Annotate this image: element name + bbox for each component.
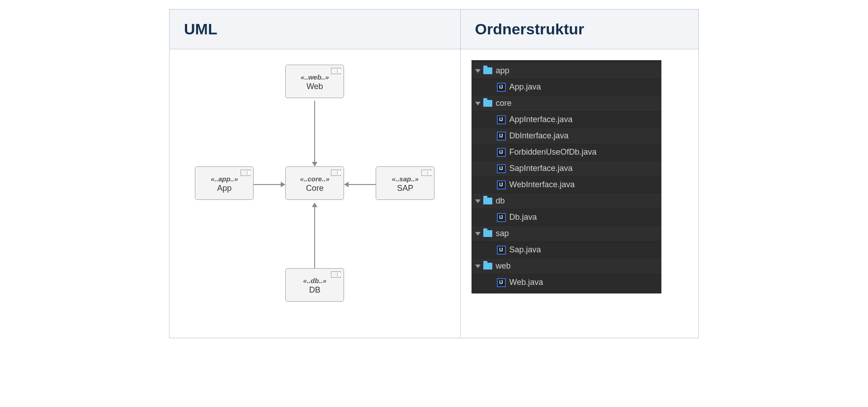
uml-package-app-name: App bbox=[200, 184, 249, 193]
java-file-icon: IJ bbox=[497, 246, 506, 255]
uml-arrow-sap-to-core bbox=[349, 184, 376, 185]
java-file-icon: IJ bbox=[497, 83, 506, 92]
folder-icon bbox=[483, 198, 492, 204]
tree-item-label: Web.java bbox=[509, 278, 543, 287]
tree-folder-row[interactable]: core bbox=[472, 95, 661, 112]
tree-file-row[interactable]: IJDbInterface.java bbox=[472, 128, 661, 144]
java-file-icon: IJ bbox=[497, 213, 506, 222]
package-tab-icon bbox=[331, 271, 341, 278]
tree-item-label: SapInterface.java bbox=[509, 164, 573, 173]
uml-arrow-db-to-core bbox=[314, 207, 315, 268]
uml-package-web-stereo: «..web..» bbox=[290, 73, 339, 81]
tree-file-row[interactable]: IJDb.java bbox=[472, 209, 661, 226]
folder-icon bbox=[483, 263, 492, 270]
uml-column: UML «..web..» Web «..app..» App bbox=[170, 9, 461, 338]
folder-column-body: appIJApp.javacoreIJAppInterface.javaIJDb… bbox=[461, 49, 699, 304]
tree-item-label: Db.java bbox=[509, 213, 537, 222]
folder-icon bbox=[483, 230, 492, 237]
package-tab-icon bbox=[331, 170, 341, 176]
arrowhead-icon bbox=[281, 182, 285, 187]
uml-column-header: UML bbox=[170, 9, 460, 49]
package-tab-icon bbox=[331, 68, 341, 74]
java-file-icon: IJ bbox=[497, 278, 506, 287]
folder-column: Ordnerstruktur appIJApp.javacoreIJAppInt… bbox=[461, 9, 699, 338]
disclosure-triangle-icon[interactable] bbox=[475, 199, 481, 203]
uml-package-sap-name: SAP bbox=[381, 184, 429, 193]
tree-item-label: web bbox=[496, 261, 511, 271]
package-tab-icon bbox=[421, 170, 431, 176]
uml-arrow-app-to-core bbox=[254, 184, 281, 185]
uml-package-sap: «..sap..» SAP bbox=[376, 166, 434, 200]
uml-package-core: «..core..» Core bbox=[285, 166, 344, 200]
tree-file-row[interactable]: IJApp.java bbox=[472, 79, 661, 95]
tree-item-label: db bbox=[496, 196, 505, 206]
tree-folder-row[interactable]: db bbox=[472, 193, 661, 209]
uml-package-db: «..db..» DB bbox=[285, 268, 344, 302]
uml-package-app: «..app..» App bbox=[195, 166, 254, 200]
tree-file-row[interactable]: IJWebInterface.java bbox=[472, 177, 661, 193]
tree-folder-row[interactable]: app bbox=[472, 63, 661, 79]
tree-item-label: DbInterface.java bbox=[509, 131, 569, 141]
folder-icon bbox=[483, 67, 492, 74]
arrowhead-icon bbox=[312, 203, 317, 207]
java-file-icon: IJ bbox=[497, 132, 506, 141]
disclosure-triangle-icon[interactable] bbox=[475, 265, 481, 268]
tree-folder-row[interactable]: sap bbox=[472, 226, 661, 242]
uml-package-sap-stereo: «..sap..» bbox=[381, 175, 429, 183]
uml-diagram: «..web..» Web «..app..» App «..core..» C… bbox=[188, 60, 441, 327]
tree-item-label: app bbox=[496, 66, 509, 76]
arrowhead-icon bbox=[312, 162, 317, 166]
folder-icon bbox=[483, 100, 492, 107]
folder-tree[interactable]: appIJApp.javacoreIJAppInterface.javaIJDb… bbox=[472, 60, 661, 293]
java-file-icon: IJ bbox=[497, 164, 506, 173]
tree-file-row[interactable]: IJAppInterface.java bbox=[472, 112, 661, 128]
uml-package-core-name: Core bbox=[290, 184, 339, 193]
tree-item-label: sap bbox=[496, 229, 509, 238]
folder-column-header: Ordnerstruktur bbox=[461, 9, 699, 49]
disclosure-triangle-icon[interactable] bbox=[475, 69, 481, 73]
arrowhead-icon bbox=[344, 182, 349, 187]
tree-file-row[interactable]: IJForbiddenUseOfDb.java bbox=[472, 144, 661, 161]
tree-file-row[interactable]: IJSapInterface.java bbox=[472, 161, 661, 177]
java-file-icon: IJ bbox=[497, 148, 506, 157]
tree-folder-row[interactable]: web bbox=[472, 258, 661, 274]
tree-item-label: core bbox=[496, 99, 512, 108]
uml-package-db-stereo: «..db..» bbox=[290, 277, 339, 284]
uml-package-db-name: DB bbox=[290, 285, 339, 295]
java-file-icon: IJ bbox=[497, 115, 506, 124]
uml-column-body: «..web..» Web «..app..» App «..core..» C… bbox=[170, 49, 460, 338]
tree-item-label: AppInterface.java bbox=[509, 115, 573, 124]
tree-item-label: Sap.java bbox=[509, 245, 541, 255]
package-tab-icon bbox=[241, 170, 250, 176]
uml-arrow-web-to-core bbox=[314, 101, 315, 162]
tree-file-row[interactable]: IJSap.java bbox=[472, 242, 661, 258]
uml-package-core-stereo: «..core..» bbox=[290, 175, 339, 183]
tree-item-label: ForbiddenUseOfDb.java bbox=[509, 147, 597, 157]
uml-package-web-name: Web bbox=[290, 82, 339, 91]
disclosure-triangle-icon[interactable] bbox=[475, 102, 481, 105]
tree-item-label: App.java bbox=[509, 82, 541, 92]
tree-file-row[interactable]: IJWeb.java bbox=[472, 274, 661, 291]
disclosure-triangle-icon[interactable] bbox=[475, 232, 481, 236]
uml-package-app-stereo: «..app..» bbox=[200, 175, 249, 183]
two-column-table: UML «..web..» Web «..app..» App bbox=[169, 9, 699, 338]
java-file-icon: IJ bbox=[497, 180, 506, 189]
uml-package-web: «..web..» Web bbox=[285, 65, 344, 98]
tree-item-label: WebInterface.java bbox=[509, 180, 575, 189]
